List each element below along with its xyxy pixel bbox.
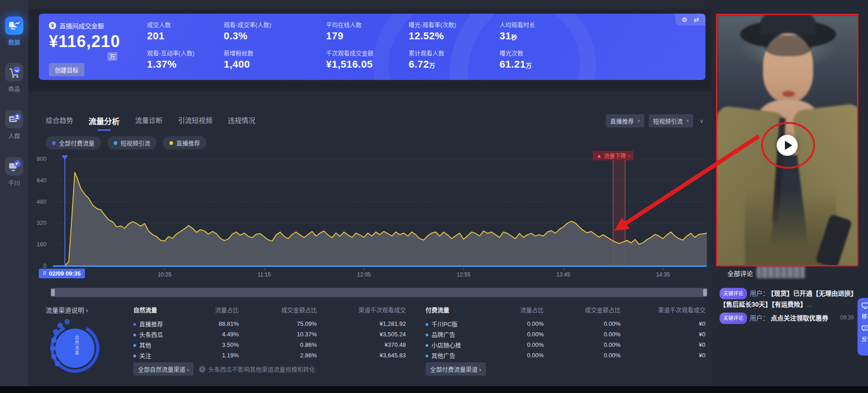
play-button[interactable] xyxy=(777,135,798,156)
metric-item: 观看-互动率(人数)1.37% xyxy=(147,48,224,77)
qianchuan-ads-icon xyxy=(5,157,23,175)
table-title: 付费流量 xyxy=(426,305,480,314)
play-icon xyxy=(785,141,792,150)
metric-item: 新增粉丝数1,400 xyxy=(224,48,326,77)
dashboard-root: 数据 商品 人群 千川 ¥ 直播间成交金额 ¥116,210 万 创 xyxy=(0,0,868,393)
table-row: 品牌广告0.00%0.00%¥0 xyxy=(426,329,705,340)
slider-handle-right[interactable] xyxy=(703,289,707,296)
paid-table-footer: 全部付费流量渠道 › xyxy=(426,362,486,376)
comment-user: 用户： xyxy=(750,290,769,297)
key-comment-badge: 关键评论 xyxy=(720,313,747,324)
create-goal-button[interactable]: 创建目标 xyxy=(49,63,84,76)
y-axis-tick: 480 xyxy=(28,198,47,205)
filter-chip-short-video[interactable]: 短视频引流× xyxy=(649,114,693,127)
comment-time: 09:39 xyxy=(840,288,854,298)
banner-title: 直播间成交金额 xyxy=(59,21,104,30)
traffic-donut-chart: 自然流量 xyxy=(44,316,103,380)
legend-dot xyxy=(169,141,173,145)
time-range-start-chip[interactable]: ⠿ 02/09 09:35 xyxy=(39,269,85,278)
metric-item: 曝光次数61.21万 xyxy=(500,48,591,77)
comments-tab-all[interactable]: 全部评论 xyxy=(727,269,753,278)
legend-paid-traffic[interactable]: 全部付费流量 xyxy=(46,136,101,149)
legend-live-recommend[interactable]: 直播推荐 xyxy=(163,136,206,149)
tab-traffic-diagnosis[interactable]: 流量诊断 xyxy=(135,115,163,131)
filter-chip-live-recommend[interactable]: 直播推荐× xyxy=(606,114,644,127)
close-icon[interactable]: × xyxy=(637,118,640,124)
table-row: 其他3.50%0.86%¥370.48 xyxy=(133,340,406,350)
y-axis-tick: 0 xyxy=(28,262,47,269)
info-icon: i xyxy=(199,366,205,372)
banner-tools: ⚙ ⇄ xyxy=(675,14,705,26)
feedback-button[interactable]: 反馈 xyxy=(857,325,868,343)
comment-ellipsis: ... xyxy=(807,301,812,308)
series-dot xyxy=(426,344,428,347)
sidebar-item-label: 数据 xyxy=(0,37,28,46)
all-natural-channels-button[interactable]: 全部自然流量渠道 › xyxy=(133,362,194,376)
gmv-unit-badge: 万 xyxy=(107,52,117,61)
chevron-right-icon: › xyxy=(628,153,630,159)
slider-handle-left[interactable] xyxy=(51,289,55,296)
series-dot xyxy=(426,323,428,326)
tab-violations[interactable]: 违规情况 xyxy=(228,115,255,131)
gmv-value: ¥116,210 xyxy=(49,32,120,51)
floating-tools-panel: 移动 反馈 xyxy=(857,298,868,356)
close-icon[interactable]: × xyxy=(686,118,689,124)
y-axis-tick: 160 xyxy=(28,241,47,248)
legend-short-video[interactable]: 短视频引流 xyxy=(107,136,157,149)
sidebar-item-data[interactable]: 数据 xyxy=(0,16,28,46)
bottom-bar xyxy=(0,386,868,393)
comment-text: 点点关注领取优惠券 xyxy=(771,314,828,322)
comment-time: 09:39 xyxy=(840,313,854,323)
time-range-slider[interactable] xyxy=(50,288,708,297)
swap-icon[interactable]: ⇄ xyxy=(694,16,699,23)
metric-item: 观看-成交率(人数)0.3% xyxy=(224,20,326,48)
x-axis-tick: 11:15 xyxy=(258,271,271,278)
table-row: 关注1.19%2.86%¥3,645.83 xyxy=(133,350,406,361)
sidebar-item-label: 千川 xyxy=(0,178,28,187)
table-row: 小店随心推0.00%0.00%¥0 xyxy=(426,340,705,350)
series-dot xyxy=(426,334,428,336)
traffic-trend-chart[interactable] xyxy=(50,155,708,270)
products-cart-icon xyxy=(5,63,23,81)
banner-metrics-grid: 成交人数201 观看-成交率(人数)0.3% 平均在线人数179 曝光-观看率(… xyxy=(147,20,591,77)
tab-traffic-analysis[interactable]: 流量分析 xyxy=(89,115,120,131)
gear-icon[interactable]: ⚙ xyxy=(682,16,688,23)
audience-icon xyxy=(5,110,23,128)
series-dot xyxy=(426,355,428,357)
drag-handle-icon: ⠿ xyxy=(43,271,46,276)
paid-traffic-table: 付费流量 流量占比 成交金额占比 渠道千次观看成交 千川PC版0.00%0.00… xyxy=(426,305,705,361)
comments-tab-masked[interactable] xyxy=(757,266,805,278)
sidebar-item-products[interactable]: 商品 xyxy=(0,63,28,93)
metric-item: 曝光-观看率(次数)12.52% xyxy=(409,20,500,48)
table-row: 其他广告0.00%0.00%¥0 xyxy=(426,350,705,361)
legend-dot xyxy=(114,141,117,145)
kpi-banner: ¥ 直播间成交金额 ¥116,210 万 创建目标 成交人数201 观看-成交率… xyxy=(39,14,705,80)
table-row: 头条西瓜4.49%10.37%¥3,505.24 xyxy=(133,329,406,340)
chevron-down-icon[interactable]: ∨ xyxy=(700,118,704,124)
all-paid-channels-button[interactable]: 全部付费流量渠道 › xyxy=(426,362,486,376)
channel-explain-link[interactable]: 流量渠道说明 › xyxy=(46,305,88,314)
sidebar-item-qianchuan[interactable]: 千川 xyxy=(0,157,28,187)
x-axis-tick: 12:55 xyxy=(457,271,470,278)
watermelon-note: i 头条西瓜不影响其他渠道流量规模和转化 xyxy=(199,365,315,373)
x-axis-tick: 13:45 xyxy=(557,271,570,278)
metric-item: 人均观看时长31秒 xyxy=(500,20,591,48)
warning-triangle-icon: ▲ xyxy=(596,153,602,159)
chart-legend: 全部付费流量 短视频引流 直播推荐 xyxy=(46,136,206,149)
metric-item: 累计观看人数6.72万 xyxy=(409,48,500,77)
comment-item: 09:39 关键评论用户：【现货】已开通【无理由退换】【售后延长30天】【有运费… xyxy=(720,288,857,309)
legend-dot xyxy=(52,141,56,145)
key-comment-badge: 关键评论 xyxy=(720,288,747,299)
table-row: 直播推荐88.81%75.09%¥1,281.92 xyxy=(133,319,406,329)
natural-table-footer: 全部自然流量渠道 › i 头条西瓜不影响其他渠道流量规模和转化 xyxy=(133,362,315,376)
tab-short-video[interactable]: 引流短视频 xyxy=(178,115,212,131)
comment-item: 09:39 关键评论用户：点点关注领取优惠券 xyxy=(720,313,857,323)
slider-track[interactable] xyxy=(54,288,704,297)
table-row: 千川PC版0.00%0.00%¥0 xyxy=(426,319,705,329)
comment-user: 用户： xyxy=(750,314,769,322)
analysis-tabs: 综合趋势 流量分析 流量诊断 引流短视频 违规情况 xyxy=(46,115,255,131)
mobile-view-button[interactable]: 移动 xyxy=(857,303,868,320)
tab-overall-trend[interactable]: 综合趋势 xyxy=(46,115,73,131)
traffic-drop-annotation[interactable]: ▲ 流量下降 › xyxy=(593,151,634,160)
sidebar-item-audience[interactable]: 人群 xyxy=(0,110,28,140)
